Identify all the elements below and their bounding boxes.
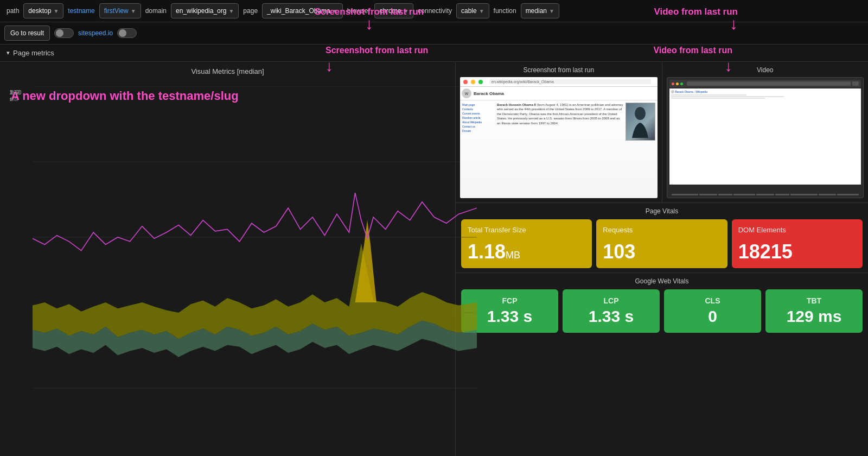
page-dropdown-arrow: ▼ [333, 8, 338, 14]
second-bar: Go to result sitespeed.io [0, 22, 868, 45]
cls-label: CLS [705, 296, 720, 305]
y-label-500ms: 500 ms [10, 89, 20, 102]
lcp-label: LCP [604, 296, 619, 305]
timeline-segment-5 [756, 194, 774, 195]
google-vitals-section: Google Web Vitals FCP 1.33 s LCP 1.33 s … [456, 273, 868, 337]
timeline-segment-2 [699, 194, 717, 195]
toggle-knob-2 [119, 29, 126, 37]
tbt-value: 129 ms [787, 307, 842, 326]
vitals-grid: Total Transfer Size 1.18MB Requests 103 … [461, 219, 863, 268]
function-dropdown[interactable]: median ▼ [521, 3, 559, 18]
dom-elements-value: 18215 [738, 242, 793, 262]
wiki-photo [626, 103, 655, 141]
toggle-knob-1 [56, 29, 63, 37]
fcp-label: FCP [502, 296, 518, 305]
chart-title: Visual Metrics [median] [5, 67, 450, 75]
testname-dropdown-arrow: ▼ [131, 8, 136, 14]
go-to-result-button[interactable]: Go to result [4, 26, 50, 41]
tbt-label: TBT [807, 296, 821, 305]
page-label: page [241, 7, 260, 15]
chevron-down-icon: ▾ [7, 49, 10, 56]
cls-card: CLS 0 [664, 289, 761, 333]
chart-panel: Visual Metrics [median] A new dropdown w… [0, 62, 456, 456]
main-content: Visual Metrics [median] A new dropdown w… [0, 62, 868, 456]
toggle-switch-1[interactable] [54, 28, 74, 38]
browser-dropdown-arrow: ▼ [403, 8, 409, 14]
timeline-segment-8 [819, 194, 837, 195]
video-timeline [672, 194, 859, 195]
connectivity-dropdown[interactable]: cable ▼ [456, 3, 489, 18]
timeline-segment-7 [790, 194, 817, 195]
chart-svg [33, 86, 477, 456]
svg-point-6 [635, 107, 646, 120]
y-label-150: 1.50 s [10, 89, 21, 102]
right-panel: Screenshot from last run en.wikipedia.or… [456, 62, 868, 456]
yellow-area [33, 243, 477, 339]
wiki-page-title: Barack Obama [474, 91, 504, 96]
screenshot-section: Screenshot from last run en.wikipedia.or… [456, 62, 662, 202]
domain-label: domain [143, 7, 169, 15]
page-dropdown[interactable]: _wiki_Barack_Obama ▼ [262, 3, 343, 18]
tbt-card: TBT 129 ms [765, 289, 863, 333]
path-dropdown[interactable]: desktop ▼ [23, 3, 63, 18]
video-title: Video [667, 66, 864, 74]
connectivity-label: connectivity [416, 7, 454, 15]
page-metrics-header[interactable]: ▾ Page metrics [0, 45, 868, 62]
path-label: path [4, 7, 21, 15]
timeline-segment-4 [733, 194, 755, 195]
y-label-250: 2.50 s [10, 89, 21, 102]
browser-dropdown[interactable]: chrome ▼ [374, 3, 413, 18]
domain-dropdown[interactable]: en_wikipedia_org ▼ [171, 3, 239, 18]
wiki-browser-bar: en.wikipedia.org/wiki/Barack_Obama [460, 77, 658, 87]
timeline-segment-9 [837, 194, 859, 195]
video-section: Video [662, 62, 869, 202]
fcp-value: 1.33 s [487, 307, 532, 326]
requests-value: 103 [603, 242, 635, 262]
wiki-logo: W [462, 88, 471, 98]
pink-line [33, 193, 477, 250]
timeline-segment-3 [718, 194, 732, 195]
gwv-grid: FCP 1.33 s LCP 1.33 s CLS 0 TBT 129 ms [461, 289, 863, 333]
testname-label: testname [66, 7, 97, 15]
google-vitals-title: Google Web Vitals [461, 277, 863, 285]
media-row: Screenshot from last run en.wikipedia.or… [456, 62, 868, 203]
timeline-segment-1 [672, 194, 698, 195]
wiki-content: Main pageContentsCurrent eventsRandom ar… [460, 100, 658, 144]
y-label-200: 2 s [10, 89, 13, 102]
dom-elements-label: DOM Elements [738, 226, 786, 234]
video-player[interactable]: Barack Obama - Wikipedia ▶ [667, 77, 864, 198]
connectivity-dropdown-arrow: ▼ [479, 8, 484, 14]
dom-elements-card: DOM Elements 18215 [732, 219, 863, 268]
y-label-100: 1 s [10, 89, 13, 102]
lcp-value: 1.33 s [589, 307, 634, 326]
requests-card: Requests 103 [596, 219, 727, 268]
page-vitals-section: Page Vitals Total Transfer Size 1.18MB R… [456, 203, 868, 273]
wiki-main-content: Barack Hussein Obama II (born August 4, … [497, 103, 655, 142]
browser-label: browser [345, 7, 373, 15]
lcp-card: LCP 1.33 s [563, 289, 660, 333]
transfer-size-card: Total Transfer Size 1.18MB [461, 219, 592, 268]
toggle-switch-2[interactable] [117, 28, 137, 38]
wiki-sidebar: Main pageContentsCurrent eventsRandom ar… [462, 103, 495, 142]
top-nav-bar: path desktop ▼ testname firstView ▼ doma… [0, 0, 868, 22]
domain-dropdown-arrow: ▼ [228, 8, 234, 14]
screenshot-image[interactable]: en.wikipedia.org/wiki/Barack_Obama W Bar… [460, 77, 658, 198]
path-dropdown-arrow: ▼ [53, 8, 59, 14]
page-vitals-title: Page Vitals [461, 207, 863, 215]
function-label: function [492, 7, 519, 15]
sitespeed-label: sitespeed.io [78, 29, 113, 37]
requests-label: Requests [603, 226, 633, 234]
screenshot-title: Screenshot from last run [460, 66, 658, 74]
page-metrics-title: Page metrics [13, 49, 54, 57]
timeline-segment-6 [775, 194, 789, 195]
cls-value: 0 [708, 307, 717, 326]
function-dropdown-arrow: ▼ [549, 8, 554, 14]
testname-dropdown[interactable]: firstView ▼ [99, 3, 141, 18]
